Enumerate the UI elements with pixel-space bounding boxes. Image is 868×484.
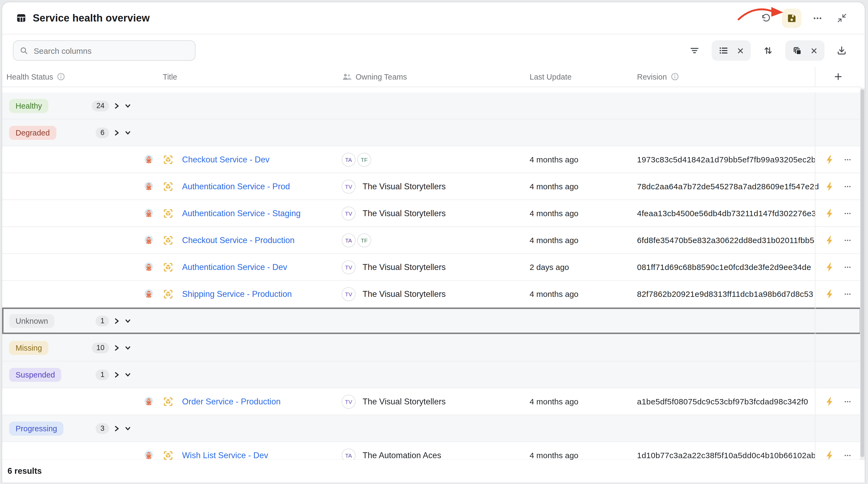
entity-title-link[interactable]: Checkout Service - Dev: [182, 154, 270, 164]
more-options-button[interactable]: [809, 10, 826, 26]
chevron-down-icon[interactable]: [124, 371, 132, 378]
entity-row[interactable]: Authentication Service - Prod TV The Vis…: [2, 173, 861, 200]
entity-row[interactable]: Shipping Service - Production TV The Vis…: [2, 281, 861, 308]
run-action-button[interactable]: [824, 178, 834, 194]
list-view-button[interactable]: [718, 42, 730, 59]
team-avatar[interactable]: TV: [342, 395, 355, 408]
run-action-button[interactable]: [824, 232, 834, 248]
group-row[interactable]: Suspended 1: [2, 361, 861, 388]
row-menu-button[interactable]: [842, 259, 853, 275]
filter-icon: [689, 45, 700, 56]
entity-title-link[interactable]: Wish List Service - Dev: [182, 450, 268, 460]
row-menu-button[interactable]: [842, 151, 853, 168]
info-icon[interactable]: [57, 73, 65, 81]
owning-teams-avatars[interactable]: TATF: [342, 233, 373, 247]
run-action-button[interactable]: [824, 286, 834, 302]
owning-teams-avatars[interactable]: TV: [342, 287, 357, 301]
column-header-title[interactable]: Title: [139, 67, 341, 87]
group-toggle[interactable]: 6: [96, 127, 132, 138]
chevron-down-icon[interactable]: [124, 344, 132, 351]
owning-teams-avatars[interactable]: TATF: [342, 152, 373, 166]
group-status-cell: Missing 10: [2, 335, 139, 361]
owning-teams-avatars[interactable]: TV: [342, 206, 357, 220]
entity-title-link[interactable]: Authentication Service - Prod: [182, 181, 290, 191]
team-avatar[interactable]: TV: [342, 206, 355, 220]
run-action-button[interactable]: [824, 393, 834, 409]
column-header-owning-teams[interactable]: Owning Teams: [341, 67, 530, 87]
collapse-button[interactable]: [834, 10, 850, 26]
download-button[interactable]: [834, 42, 850, 59]
group-row[interactable]: Degraded 6: [2, 119, 861, 146]
package-icon: [163, 181, 174, 192]
row-menu-button[interactable]: [842, 178, 853, 194]
entity-row[interactable]: Authentication Service - Dev TV The Visu…: [2, 254, 861, 281]
entity-row[interactable]: Checkout Service - Dev TATF 4 months ago…: [2, 146, 861, 173]
run-action-button[interactable]: [824, 259, 834, 275]
owning-teams-avatars[interactable]: TV: [342, 260, 357, 274]
owning-teams-cell: TV The Visual Storytellers: [341, 206, 530, 220]
chevron-down-icon[interactable]: [124, 129, 132, 136]
owning-teams-avatars[interactable]: TV: [342, 395, 357, 408]
column-header-revision[interactable]: Revision: [637, 67, 815, 87]
chevron-down-icon[interactable]: [124, 317, 132, 324]
group-toggle[interactable]: 1: [96, 315, 132, 326]
octopus-icon: [144, 396, 154, 407]
entity-row[interactable]: Checkout Service - Production TATF 4 mon…: [2, 227, 861, 254]
search-input[interactable]: [33, 46, 189, 56]
row-menu-button[interactable]: [842, 205, 853, 221]
run-action-button[interactable]: [824, 205, 834, 221]
entity-row[interactable]: Order Service - Production TV The Visual…: [2, 388, 861, 415]
team-name: The Visual Storytellers: [363, 289, 446, 299]
team-avatar[interactable]: TA: [342, 152, 355, 166]
row-menu-button[interactable]: [842, 232, 853, 248]
group-toggle[interactable]: 24: [92, 100, 132, 111]
clear-group-by-button[interactable]: [809, 42, 818, 59]
info-icon[interactable]: [671, 73, 679, 81]
team-avatar[interactable]: TF: [357, 152, 371, 166]
chevron-right-icon[interactable]: [113, 102, 120, 109]
chevron-right-icon[interactable]: [113, 129, 120, 136]
filter-button[interactable]: [686, 42, 703, 59]
owning-teams-avatars[interactable]: TV: [342, 179, 357, 193]
chevron-right-icon[interactable]: [113, 317, 120, 324]
group-row[interactable]: Unknown 1: [2, 308, 861, 335]
group-toggle[interactable]: 1: [96, 369, 132, 380]
chevron-right-icon[interactable]: [113, 425, 120, 432]
add-column-button[interactable]: [830, 68, 846, 85]
row-menu-button[interactable]: [842, 286, 853, 302]
group-by-button[interactable]: [791, 42, 803, 59]
entity-title-cell: Authentication Service - Prod: [139, 181, 341, 192]
group-row[interactable]: Progressing 3: [2, 415, 861, 442]
entity-title-link[interactable]: Authentication Service - Staging: [182, 208, 301, 218]
chevron-right-icon[interactable]: [113, 344, 120, 351]
run-action-button[interactable]: [824, 151, 834, 168]
team-avatar[interactable]: TA: [342, 233, 355, 247]
entity-row[interactable]: Authentication Service - Staging TV The …: [2, 200, 861, 227]
team-avatar[interactable]: TV: [342, 287, 355, 301]
group-row[interactable]: Healthy 24: [2, 92, 861, 119]
team-avatar[interactable]: TF: [357, 233, 371, 247]
save-button[interactable]: [782, 8, 801, 28]
entity-title-link[interactable]: Authentication Service - Dev: [182, 262, 287, 272]
team-name: The Visual Storytellers: [363, 262, 446, 272]
chevron-right-icon[interactable]: [113, 371, 120, 378]
group-toggle[interactable]: 10: [92, 342, 132, 353]
vertical-scrollbar[interactable]: [860, 88, 865, 460]
column-header-health-status[interactable]: Health Status: [2, 67, 139, 87]
entity-title-link[interactable]: Shipping Service - Production: [182, 289, 292, 299]
entity-title-link[interactable]: Order Service - Production: [182, 397, 281, 406]
team-avatar[interactable]: TV: [342, 179, 355, 193]
group-toggle[interactable]: 3: [96, 423, 132, 434]
undo-button[interactable]: [758, 10, 774, 26]
entity-title-link[interactable]: Checkout Service - Production: [182, 235, 294, 245]
clear-list-view-button[interactable]: [735, 42, 745, 59]
group-count-badge: 3: [96, 423, 109, 434]
column-header-last-update[interactable]: Last Update: [530, 67, 637, 87]
team-avatar[interactable]: TV: [342, 260, 355, 274]
group-row[interactable]: Missing 10: [2, 335, 861, 361]
sort-button[interactable]: [760, 42, 776, 59]
row-menu-button[interactable]: [842, 393, 853, 409]
scrollbar-thumb[interactable]: [861, 89, 864, 457]
chevron-down-icon[interactable]: [124, 102, 132, 109]
chevron-down-icon[interactable]: [124, 425, 132, 432]
